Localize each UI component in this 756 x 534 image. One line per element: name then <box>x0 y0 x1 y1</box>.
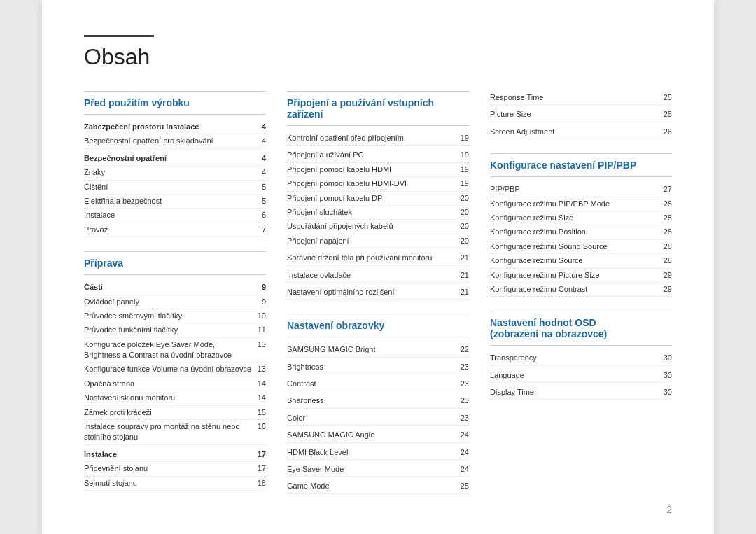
toc-row: Konfigurace položek Eye Saver Mode, Brig… <box>84 338 266 363</box>
toc-row: Správné držení těla při používání monito… <box>287 251 469 265</box>
toc-row: Konfigurace režimu Size28 <box>490 211 672 225</box>
toc-label: Uspořádání připojených kabelů <box>287 221 461 232</box>
toc-label: Response Time <box>490 92 664 103</box>
toc-page-num: 20 <box>461 194 469 202</box>
toc-label: Picture Size <box>490 109 664 120</box>
toc-row: Zámek proti krádeži15 <box>84 406 266 420</box>
toc-page-num: 5 <box>262 183 266 191</box>
toc-row: Contrast23 <box>287 377 469 391</box>
toc-page-num: 30 <box>664 371 672 379</box>
toc-row: Response Time25 <box>490 91 672 105</box>
section-divider <box>490 153 672 154</box>
toc-row: Provoz7 <box>84 223 266 237</box>
toc-page-num: 16 <box>258 422 266 430</box>
toc-page-num: 11 <box>258 325 266 334</box>
toc-row: Připojení a užívání PC19 <box>287 148 469 162</box>
section-title: Nastavení hodnot OSD (zobrazení na obraz… <box>490 317 672 339</box>
toc-page-num: 19 <box>461 179 469 188</box>
toc-label: Kontrolní opatření před připojením <box>287 133 461 143</box>
toc-row: Instalace6 <box>84 209 266 223</box>
toc-row: PIP/PBP27 <box>490 183 672 197</box>
toc-page-num: 14 <box>258 393 266 402</box>
toc-label: Připojení a užívání PC <box>287 150 461 160</box>
toc-row: Kontrolní opatření před připojením19 <box>287 132 469 146</box>
toc-row: Průvodce funkčními tlačítky11 <box>84 323 266 337</box>
toc-row: Opačná strana14 <box>84 377 266 391</box>
section-col3-container-0: Response Time25Picture Size25Screen Adju… <box>490 91 672 139</box>
toc-page-num: 23 <box>461 396 469 405</box>
section-divider <box>84 91 266 92</box>
page-number: 2 <box>666 504 672 515</box>
section-col1-container-0: Před použitím výrobkuZabezpečení prostor… <box>84 91 266 237</box>
toc-row: Znaky4 <box>84 166 266 180</box>
toc-label: Konfigurace režimu Contrast <box>490 284 664 295</box>
section-title: Připojení a používání vstupních zařízení <box>287 97 469 120</box>
toc-row: Nastavení sklonu monitoru14 <box>84 391 266 405</box>
toc-row: Instalace17 <box>84 448 266 462</box>
toc-row: Připojení napájení20 <box>287 234 469 248</box>
toc-label: Color <box>287 413 461 423</box>
toc-row: Průvodce směrovými tlačítky10 <box>84 309 266 323</box>
toc-row: Eye Saver Mode24 <box>287 463 469 477</box>
toc-row: Konfigurace režimu Position28 <box>490 225 672 239</box>
toc-label: Eye Saver Mode <box>287 464 461 475</box>
toc-label: Správné držení těla při používání monito… <box>287 253 461 263</box>
toc-page-num: 9 <box>262 283 266 291</box>
toc-page-num: 17 <box>258 450 266 458</box>
toc-row: Color23 <box>287 412 469 426</box>
toc-page-num: 21 <box>461 253 469 262</box>
toc-label: Konfigurace položek Eye Saver Mode, Brig… <box>84 339 258 361</box>
toc-row: Části9 <box>84 281 266 295</box>
toc-row: Konfigurace režimu Picture Size29 <box>490 269 672 283</box>
toc-label: Připojení pomocí kabelu HDMI <box>287 164 461 175</box>
toc-page-num: 27 <box>664 185 672 193</box>
toc-label: Display Time <box>490 387 664 398</box>
toc-page-num: 25 <box>461 482 469 490</box>
toc-label: SAMSUNG MAGIC Bright <box>287 344 461 355</box>
toc-label: Game Mode <box>287 481 461 491</box>
column-1: Před použitím výrobkuZabezpečení prostor… <box>84 91 266 508</box>
toc-page-num: 4 <box>262 136 266 145</box>
toc-page-num: 21 <box>461 271 469 279</box>
toc-label: Konfigurace režimu Source <box>490 255 664 266</box>
section-title: Před použitím výrobku <box>84 97 266 108</box>
toc-row: Language30 <box>490 369 672 383</box>
toc-page-num: 29 <box>664 285 672 293</box>
toc-row: Screen Adjustment26 <box>490 125 672 139</box>
toc-row: Konfigurace režimu Source28 <box>490 254 672 268</box>
toc-page-num: 23 <box>461 363 469 371</box>
toc-label: Instalace ovladače <box>287 270 461 281</box>
toc-label: Language <box>490 370 664 381</box>
section-divider <box>287 337 469 337</box>
toc-page-num: 18 <box>258 479 266 487</box>
toc-label: Screen Adjustment <box>490 127 664 137</box>
toc-row: Připojení sluchátek20 <box>287 206 469 220</box>
toc-label: Připojení pomocí kabelu DP <box>287 193 461 204</box>
section-col3-container-1: Konfigurace nastavení PIP/PBPPIP/PBP27Ko… <box>490 153 672 297</box>
section-divider <box>490 176 672 177</box>
toc-label: SAMSUNG MAGIC Angle <box>287 430 461 440</box>
section-divider <box>84 274 266 275</box>
toc-label: Nastavení optimálního rozlišení <box>287 287 461 297</box>
section-title: Příprava <box>84 258 266 269</box>
section-divider <box>490 311 672 311</box>
toc-label: Čištění <box>84 182 262 192</box>
column-2: Připojení a používání vstupních zařízení… <box>287 91 469 508</box>
title-bar <box>84 35 154 37</box>
toc-page-num: 28 <box>664 256 672 265</box>
toc-label: Části <box>84 282 262 293</box>
toc-page-num: 4 <box>262 168 266 176</box>
toc-label: Připojení sluchátek <box>287 207 461 218</box>
toc-row: Konfigurace režimu Sound Source28 <box>490 240 672 254</box>
section-title: Nastavení obrazovky <box>287 320 469 331</box>
toc-page-num: 24 <box>461 465 469 473</box>
page-title: Obsah <box>84 44 672 70</box>
toc-page-num: 6 <box>262 211 266 219</box>
toc-label: Sharpness <box>287 395 461 406</box>
toc-page-num: 15 <box>258 408 266 416</box>
toc-page-num: 9 <box>262 297 266 306</box>
section-col1-container-1: PřípravaČásti9Ovládací panely9Průvodce s… <box>84 251 266 491</box>
toc-page-num: 20 <box>461 208 469 216</box>
toc-page-num: 13 <box>258 365 266 373</box>
section-col2-container-0: Připojení a používání vstupních zařízení… <box>287 91 469 300</box>
